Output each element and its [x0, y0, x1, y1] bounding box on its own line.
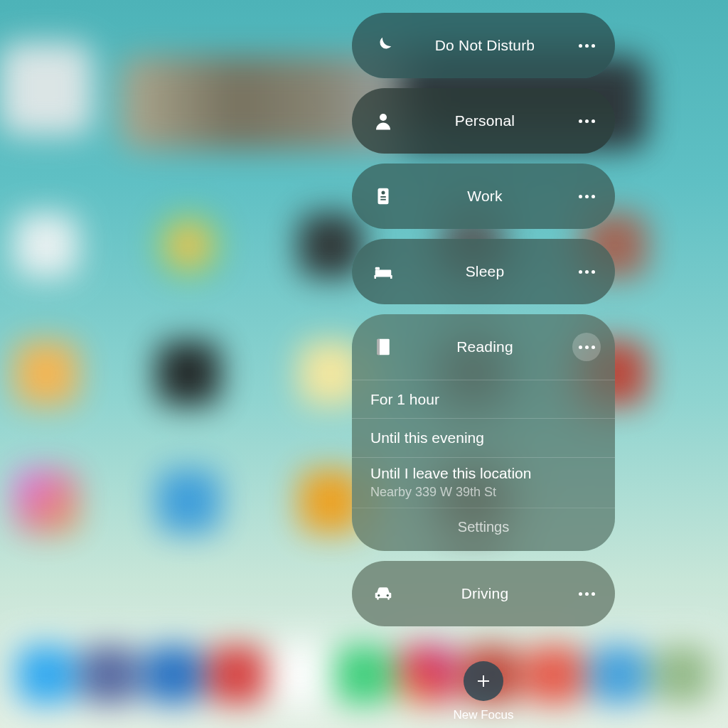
option-sublabel: Nearby 339 W 39th St: [370, 484, 596, 500]
focus-options-button[interactable]: [572, 257, 601, 286]
moon-icon: [369, 35, 397, 56]
person-icon: [369, 110, 397, 132]
svg-point-0: [380, 114, 387, 121]
svg-point-13: [387, 594, 389, 596]
svg-point-12: [378, 594, 380, 596]
focus-mode-panel: Do Not Disturb Personal Work Sleep Readi…: [352, 13, 615, 626]
svg-rect-7: [375, 275, 392, 277]
option-label: Until I leave this location: [370, 464, 596, 483]
car-icon: [369, 583, 397, 604]
settings-label: Settings: [458, 519, 509, 535]
focus-reading[interactable]: Reading: [352, 314, 615, 380]
new-focus-label: New Focus: [453, 708, 513, 722]
focus-options-button[interactable]: [572, 182, 601, 210]
focus-label: Reading: [397, 338, 572, 355]
focus-sleep[interactable]: Sleep: [352, 239, 615, 304]
focus-options-button[interactable]: [572, 333, 601, 361]
option-label: For 1 hour: [370, 391, 439, 407]
svg-rect-6: [375, 267, 380, 270]
svg-rect-3: [380, 196, 386, 198]
focus-do-not-disturb[interactable]: Do Not Disturb: [352, 13, 615, 78]
focus-label: Work: [397, 188, 572, 205]
focus-option-until-evening[interactable]: Until this evening: [352, 418, 615, 456]
focus-label: Driving: [397, 585, 572, 602]
svg-rect-4: [380, 199, 386, 200]
focus-label: Do Not Disturb: [397, 37, 572, 54]
new-focus-button[interactable]: [464, 661, 503, 701]
focus-personal[interactable]: Personal: [352, 88, 615, 154]
focus-label: Sleep: [397, 263, 572, 280]
badge-icon: [369, 186, 397, 207]
svg-point-2: [382, 191, 385, 195]
svg-rect-8: [375, 276, 377, 279]
focus-reading-expanded: Reading For 1 hour Until this evening Un…: [352, 314, 615, 551]
svg-rect-11: [377, 339, 380, 355]
focus-option-for-1-hour[interactable]: For 1 hour: [352, 380, 615, 418]
book-icon: [369, 336, 397, 358]
svg-rect-5: [375, 270, 392, 277]
option-label: Until this evening: [370, 429, 484, 446]
new-focus-footer: New Focus: [352, 661, 615, 722]
focus-settings-button[interactable]: Settings: [352, 508, 615, 551]
focus-work[interactable]: Work: [352, 164, 615, 229]
focus-options-button[interactable]: [572, 107, 601, 135]
focus-label: Personal: [397, 112, 572, 129]
focus-option-until-leave-location[interactable]: Until I leave this location Nearby 339 W…: [352, 457, 615, 508]
focus-options-button[interactable]: [572, 31, 601, 60]
bed-icon: [369, 261, 397, 282]
focus-options-button[interactable]: [572, 579, 601, 608]
svg-rect-9: [390, 276, 392, 279]
focus-driving[interactable]: Driving: [352, 561, 615, 626]
